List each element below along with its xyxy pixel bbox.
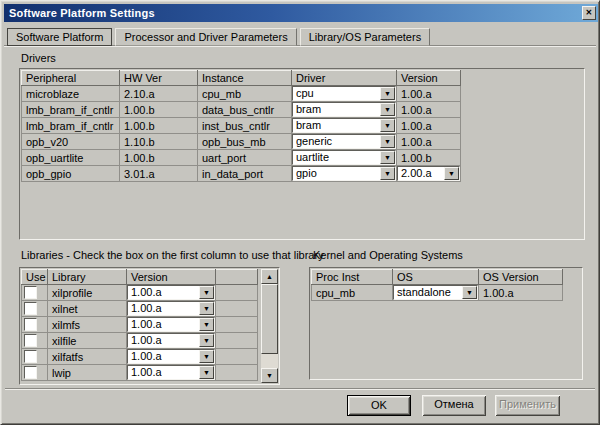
chevron-down-icon[interactable]: ▼ (380, 135, 395, 148)
cancel-button[interactable]: Отмена (422, 395, 486, 416)
driver-row: microblaze 2.10.a cpu_mb cpu▼ 1.00.a (22, 86, 461, 102)
ok-button[interactable]: OK (347, 395, 411, 416)
libraries-panel: Use Library Version xilprofile 1.00.a▼ x… (19, 267, 280, 385)
scrollbar-thumb[interactable] (261, 284, 278, 354)
library-name-cell: xilfile (48, 333, 127, 349)
use-library-checkbox[interactable] (24, 318, 37, 331)
driver-combobox[interactable]: bram▼ (292, 102, 396, 117)
version-combobox-value: 2.00.a (398, 167, 444, 180)
chevron-down-icon[interactable]: ▼ (380, 167, 395, 180)
library-version-combobox[interactable]: 1.00.a▼ (127, 317, 215, 332)
driver-combobox-value: cpu (293, 87, 380, 100)
libraries-table: Use Library Version xilprofile 1.00.a▼ x… (21, 269, 258, 381)
filler-cell (216, 365, 258, 381)
kernel-row: cpu_mb standalone▼ 1.00.a (312, 285, 563, 301)
kernel-group-label: Kernel and Operating Systems (313, 249, 463, 261)
chevron-down-icon[interactable]: ▼ (199, 318, 214, 331)
scroll-up-icon: ▲ (266, 273, 273, 280)
use-library-checkbox[interactable] (24, 334, 37, 347)
libraries-col-filler (216, 270, 258, 285)
filler-cell (216, 285, 258, 301)
library-row: xilnet 1.00.a▼ (22, 301, 258, 317)
close-button[interactable]: ✕ (582, 6, 596, 20)
chevron-down-icon[interactable]: ▼ (199, 366, 214, 379)
library-version-combobox[interactable]: 1.00.a▼ (127, 285, 215, 300)
tab-software-platform[interactable]: Software Platform (7, 28, 112, 46)
filler-cell (216, 333, 258, 349)
driver-combobox[interactable]: generic▼ (292, 134, 396, 149)
chevron-down-icon[interactable]: ▼ (380, 119, 395, 132)
drivers-panel: Peripheral HW Ver Instance Driver Versio… (19, 68, 585, 240)
os-version-cell: 1.00.a (479, 285, 563, 301)
version-cell: 1.00.a (397, 102, 461, 118)
tab-library-os-parameters[interactable]: Library/OS Parameters (300, 28, 430, 46)
libraries-scrollbar[interactable]: ▲ ▼ (261, 269, 278, 383)
library-row: xilfatfs 1.00.a▼ (22, 349, 258, 365)
driver-row: opb_v20 1.10.b opb_bus_mb generic▼ 1.00.… (22, 134, 461, 150)
apply-button: Применить (495, 395, 560, 416)
driver-combobox-value: gpio (293, 167, 380, 180)
kernel-table: Proc Inst OS OS Version cpu_mb standalon… (311, 269, 563, 301)
libraries-col-library: Library (48, 270, 127, 285)
chevron-down-icon[interactable]: ▼ (444, 167, 459, 180)
use-library-checkbox[interactable] (24, 366, 37, 379)
driver-combobox[interactable]: cpu▼ (292, 86, 396, 101)
hw-ver-cell: 1.10.b (120, 134, 198, 150)
scroll-down-button[interactable]: ▼ (261, 368, 278, 383)
chevron-down-icon[interactable]: ▼ (199, 302, 214, 315)
library-name-cell: lwip (48, 365, 127, 381)
proc-inst-cell: cpu_mb (312, 285, 393, 301)
use-library-checkbox[interactable] (24, 350, 37, 363)
scroll-up-button[interactable]: ▲ (261, 269, 278, 284)
filler-cell (216, 349, 258, 365)
chevron-down-icon[interactable]: ▼ (462, 286, 477, 299)
library-version-combobox[interactable]: 1.00.a▼ (127, 349, 215, 364)
use-library-checkbox[interactable] (24, 302, 37, 315)
drivers-col-version: Version (397, 71, 461, 86)
peripheral-cell: lmb_bram_if_cntlr (22, 118, 120, 134)
kernel-header-row: Proc Inst OS OS Version (312, 270, 563, 285)
driver-combobox[interactable]: bram▼ (292, 118, 396, 133)
library-row: xilprofile 1.00.a▼ (22, 285, 258, 301)
chevron-down-icon[interactable]: ▼ (380, 87, 395, 100)
libraries-header-row: Use Library Version (22, 270, 258, 285)
drivers-col-hw-ver: HW Ver (120, 71, 198, 86)
version-combobox[interactable]: 2.00.a▼ (397, 166, 460, 181)
library-version-combobox[interactable]: 1.00.a▼ (127, 333, 215, 348)
hw-ver-cell: 3.01.a (120, 166, 198, 182)
hw-ver-cell: 1.00.b (120, 118, 198, 134)
kernel-col-os-version: OS Version (479, 270, 563, 285)
drivers-table: Peripheral HW Ver Instance Driver Versio… (21, 70, 461, 182)
driver-row: lmb_bram_if_cntlr 1.00.b data_bus_cntlr … (22, 102, 461, 118)
driver-combobox[interactable]: uartlite▼ (292, 150, 396, 165)
library-version-value: 1.00.a (128, 334, 199, 347)
peripheral-cell: lmb_bram_if_cntlr (22, 102, 120, 118)
library-name-cell: xilmfs (48, 317, 127, 333)
chevron-down-icon[interactable]: ▼ (380, 103, 395, 116)
peripheral-cell: opb_gpio (22, 166, 120, 182)
tabstrip-baseline-highlight (4, 46, 596, 47)
library-version-combobox[interactable]: 1.00.a▼ (127, 365, 215, 380)
library-row: xilfile 1.00.a▼ (22, 333, 258, 349)
chevron-down-icon[interactable]: ▼ (199, 350, 214, 363)
tab-processor-and-driver-parameters[interactable]: Processor and Driver Parameters (115, 28, 296, 46)
instance-cell: uart_port (198, 150, 292, 166)
window-title: Software Platform Settings (9, 7, 155, 19)
peripheral-cell: opb_v20 (22, 134, 120, 150)
library-version-value: 1.00.a (128, 302, 199, 315)
chevron-down-icon[interactable]: ▼ (199, 286, 214, 299)
chevron-down-icon[interactable]: ▼ (199, 334, 214, 347)
kernel-col-proc-inst: Proc Inst (312, 270, 393, 285)
use-library-checkbox[interactable] (24, 286, 37, 299)
titlebar[interactable]: Software Platform Settings ✕ (4, 4, 598, 22)
library-row: lwip 1.00.a▼ (22, 365, 258, 381)
driver-combobox[interactable]: gpio▼ (292, 166, 396, 181)
chevron-down-icon[interactable]: ▼ (380, 151, 395, 164)
hw-ver-cell: 1.00.b (120, 150, 198, 166)
library-name-cell: xilprofile (48, 285, 127, 301)
libraries-group-label: Libraries - Check the box on the first c… (21, 249, 324, 261)
library-version-value: 1.00.a (128, 350, 199, 363)
library-version-combobox[interactable]: 1.00.a▼ (127, 301, 215, 316)
os-combobox[interactable]: standalone▼ (393, 285, 478, 300)
library-version-value: 1.00.a (128, 286, 199, 299)
